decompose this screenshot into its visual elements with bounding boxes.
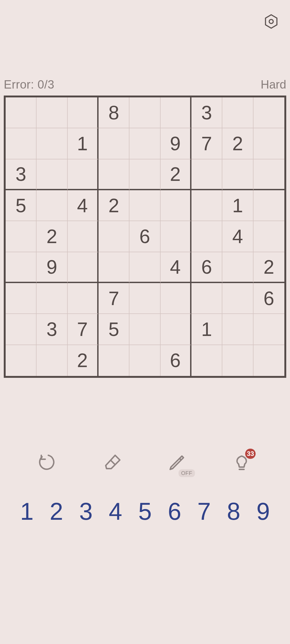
cell-r5-c2[interactable] bbox=[68, 252, 99, 283]
cell-r6-c1[interactable] bbox=[37, 283, 67, 314]
cell-r7-c7[interactable] bbox=[222, 314, 253, 345]
cell-r3-c1[interactable] bbox=[37, 190, 67, 221]
cell-r6-c8[interactable]: 6 bbox=[253, 283, 284, 314]
cell-r8-c7[interactable] bbox=[222, 345, 253, 376]
cell-r2-c4[interactable] bbox=[129, 159, 160, 190]
sudoku-board: 831972325421264946276375126 bbox=[4, 96, 286, 378]
cell-r6-c0[interactable] bbox=[6, 283, 37, 314]
cell-r4-c2[interactable] bbox=[68, 221, 99, 252]
cell-r0-c1[interactable] bbox=[37, 97, 67, 128]
cell-r1-c2[interactable]: 1 bbox=[68, 128, 99, 159]
cell-r2-c8[interactable] bbox=[253, 159, 284, 190]
undo-button[interactable] bbox=[32, 451, 64, 475]
cell-r8-c0[interactable] bbox=[6, 345, 37, 376]
cell-r5-c4[interactable] bbox=[129, 252, 160, 283]
cell-r6-c4[interactable] bbox=[129, 283, 160, 314]
cell-r4-c5[interactable] bbox=[161, 221, 191, 252]
numpad-6[interactable]: 6 bbox=[161, 498, 188, 525]
cell-r1-c8[interactable] bbox=[253, 128, 284, 159]
cell-r0-c5[interactable] bbox=[161, 97, 191, 128]
cell-r7-c2[interactable]: 7 bbox=[68, 314, 99, 345]
cell-r3-c2[interactable]: 4 bbox=[68, 190, 99, 221]
cell-r5-c3[interactable] bbox=[99, 252, 129, 283]
cell-r4-c1[interactable]: 2 bbox=[37, 221, 67, 252]
cell-r4-c7[interactable]: 4 bbox=[222, 221, 253, 252]
cell-r0-c6[interactable]: 3 bbox=[191, 97, 222, 128]
cell-r2-c7[interactable] bbox=[222, 159, 253, 190]
cell-r8-c2[interactable]: 2 bbox=[68, 345, 99, 376]
numpad-9[interactable]: 9 bbox=[250, 498, 277, 525]
cell-r2-c5[interactable]: 2 bbox=[161, 159, 191, 190]
cell-r3-c8[interactable] bbox=[253, 190, 284, 221]
cell-r3-c7[interactable]: 1 bbox=[222, 190, 253, 221]
cell-r0-c2[interactable] bbox=[68, 97, 99, 128]
cell-r0-c4[interactable] bbox=[129, 97, 160, 128]
cell-r2-c3[interactable] bbox=[99, 159, 129, 190]
cell-r5-c7[interactable] bbox=[222, 252, 253, 283]
numpad-5[interactable]: 5 bbox=[132, 498, 158, 525]
cell-r2-c2[interactable] bbox=[68, 159, 99, 190]
cell-r0-c3[interactable]: 8 bbox=[99, 97, 129, 128]
cell-r2-c0[interactable]: 3 bbox=[6, 159, 37, 190]
cell-r7-c5[interactable] bbox=[161, 314, 191, 345]
cell-r5-c8[interactable]: 2 bbox=[253, 252, 284, 283]
cell-r3-c0[interactable]: 5 bbox=[6, 190, 37, 221]
cell-r4-c3[interactable] bbox=[99, 221, 129, 252]
status-bar: Error: 0/3 Hard bbox=[4, 78, 286, 91]
erase-button[interactable] bbox=[97, 451, 129, 475]
cell-r1-c6[interactable]: 7 bbox=[191, 128, 222, 159]
numpad-4[interactable]: 4 bbox=[102, 498, 129, 525]
cell-r5-c6[interactable]: 6 bbox=[191, 252, 222, 283]
cell-r1-c5[interactable]: 9 bbox=[161, 128, 191, 159]
settings-button[interactable] bbox=[263, 13, 279, 30]
cell-r5-c5[interactable]: 4 bbox=[161, 252, 191, 283]
cell-r5-c0[interactable] bbox=[6, 252, 37, 283]
cell-r4-c8[interactable] bbox=[253, 221, 284, 252]
cell-r7-c0[interactable] bbox=[6, 314, 37, 345]
cell-r1-c3[interactable] bbox=[99, 128, 129, 159]
cell-r7-c4[interactable] bbox=[129, 314, 160, 345]
cell-r1-c0[interactable] bbox=[6, 128, 37, 159]
cell-r1-c1[interactable] bbox=[37, 128, 67, 159]
cell-r2-c6[interactable] bbox=[191, 159, 222, 190]
undo-icon bbox=[39, 453, 58, 473]
cell-r7-c1[interactable]: 3 bbox=[37, 314, 67, 345]
cell-r3-c4[interactable] bbox=[129, 190, 160, 221]
cell-r6-c2[interactable] bbox=[68, 283, 99, 314]
numpad-1[interactable]: 1 bbox=[13, 498, 40, 525]
cell-r8-c1[interactable] bbox=[37, 345, 67, 376]
cell-r7-c6[interactable]: 1 bbox=[191, 314, 222, 345]
hint-button[interactable]: 33 bbox=[226, 451, 258, 475]
cell-r1-c7[interactable]: 2 bbox=[222, 128, 253, 159]
cell-r8-c8[interactable] bbox=[253, 345, 284, 376]
cell-r7-c3[interactable]: 5 bbox=[99, 314, 129, 345]
cell-r3-c3[interactable]: 2 bbox=[99, 190, 129, 221]
cell-r0-c8[interactable] bbox=[253, 97, 284, 128]
cell-r0-c0[interactable] bbox=[6, 97, 37, 128]
cell-r4-c4[interactable]: 6 bbox=[129, 221, 160, 252]
numpad-2[interactable]: 2 bbox=[43, 498, 70, 525]
cell-r6-c6[interactable] bbox=[191, 283, 222, 314]
cell-r3-c5[interactable] bbox=[161, 190, 191, 221]
cell-r8-c5[interactable]: 6 bbox=[161, 345, 191, 376]
numpad-7[interactable]: 7 bbox=[191, 498, 218, 525]
cell-r0-c7[interactable] bbox=[222, 97, 253, 128]
cell-r6-c3[interactable]: 7 bbox=[99, 283, 129, 314]
pencil-toggle[interactable]: OFF bbox=[161, 451, 193, 475]
error-value: 0/3 bbox=[38, 78, 55, 91]
cell-r2-c1[interactable] bbox=[37, 159, 67, 190]
cell-r5-c1[interactable]: 9 bbox=[37, 252, 67, 283]
cell-r6-c5[interactable] bbox=[161, 283, 191, 314]
cell-r8-c6[interactable] bbox=[191, 345, 222, 376]
cell-r1-c4[interactable] bbox=[129, 128, 160, 159]
cell-r7-c8[interactable] bbox=[253, 314, 284, 345]
cell-r4-c0[interactable] bbox=[6, 221, 37, 252]
cell-r3-c6[interactable] bbox=[191, 190, 222, 221]
cell-r6-c7[interactable] bbox=[222, 283, 253, 314]
svg-line-3 bbox=[180, 458, 181, 460]
numpad-3[interactable]: 3 bbox=[73, 498, 99, 525]
cell-r4-c6[interactable] bbox=[191, 221, 222, 252]
cell-r8-c3[interactable] bbox=[99, 345, 129, 376]
cell-r8-c4[interactable] bbox=[129, 345, 160, 376]
numpad-8[interactable]: 8 bbox=[220, 498, 247, 525]
